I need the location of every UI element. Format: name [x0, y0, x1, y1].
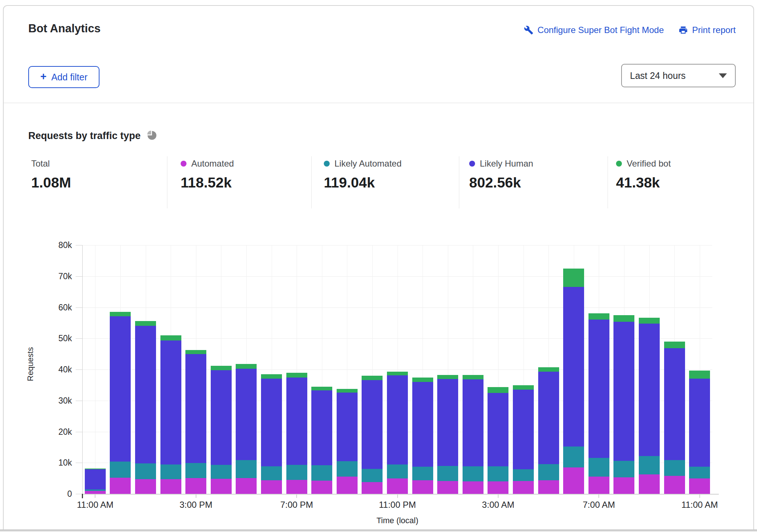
- bar-segment[interactable]: [588, 458, 609, 477]
- bar-segment[interactable]: [261, 480, 282, 494]
- bar-segment[interactable]: [513, 385, 534, 390]
- add-filter-button[interactable]: + Add filter: [28, 66, 99, 88]
- bar-segment[interactable]: [412, 382, 433, 467]
- bar-segment[interactable]: [563, 467, 584, 494]
- stacked-bar[interactable]: [261, 245, 282, 494]
- bar-segment[interactable]: [488, 387, 508, 393]
- bar-segment[interactable]: [563, 269, 584, 287]
- bar-segment[interactable]: [286, 373, 307, 378]
- bar-segment[interactable]: [437, 466, 458, 481]
- bar-segment[interactable]: [211, 366, 232, 370]
- stacked-bar[interactable]: [387, 245, 408, 494]
- bar-segment[interactable]: [639, 324, 660, 456]
- bar-segment[interactable]: [639, 474, 660, 494]
- bar-segment[interactable]: [488, 466, 508, 481]
- bar-segment[interactable]: [311, 387, 332, 390]
- bar-segment[interactable]: [613, 315, 634, 322]
- bar-segment[interactable]: [538, 367, 559, 372]
- bar-segment[interactable]: [362, 380, 383, 469]
- stacked-bar[interactable]: [412, 245, 433, 494]
- bar-segment[interactable]: [160, 464, 181, 480]
- bar-segment[interactable]: [211, 465, 232, 479]
- bar-segment[interactable]: [362, 469, 383, 482]
- bar-segment[interactable]: [387, 464, 408, 478]
- bar-segment[interactable]: [110, 312, 131, 316]
- print-report-link[interactable]: Print report: [678, 25, 736, 35]
- stacked-bar[interactable]: [613, 245, 634, 494]
- bar-segment[interactable]: [236, 460, 257, 478]
- bar-segment[interactable]: [664, 460, 685, 475]
- bar-segment[interactable]: [286, 465, 307, 480]
- bar-segment[interactable]: [538, 372, 559, 464]
- stacked-bar[interactable]: [362, 245, 383, 494]
- bar-segment[interactable]: [211, 479, 232, 494]
- bar-segment[interactable]: [135, 463, 156, 479]
- bar-segment[interactable]: [261, 379, 282, 466]
- bar-segment[interactable]: [261, 466, 282, 480]
- bar-segment[interactable]: [538, 480, 559, 494]
- bar-segment[interactable]: [185, 350, 206, 354]
- bar-segment[interactable]: [613, 477, 634, 494]
- bar-segment[interactable]: [236, 369, 257, 460]
- bar-segment[interactable]: [85, 491, 106, 494]
- stacked-bar[interactable]: [211, 245, 232, 494]
- bar-segment[interactable]: [664, 342, 685, 348]
- bar-segment[interactable]: [387, 375, 408, 464]
- bar-segment[interactable]: [160, 335, 181, 340]
- bar-segment[interactable]: [639, 456, 660, 474]
- bar-segment[interactable]: [185, 354, 206, 463]
- bar-segment[interactable]: [563, 287, 584, 447]
- bar-segment[interactable]: [236, 478, 257, 494]
- stacked-bar[interactable]: [488, 245, 508, 494]
- bar-segment[interactable]: [387, 478, 408, 494]
- bar-segment[interactable]: [135, 326, 156, 463]
- bar-segment[interactable]: [412, 480, 433, 494]
- bar-segment[interactable]: [286, 378, 307, 465]
- bar-segment[interactable]: [437, 481, 458, 494]
- bar-segment[interactable]: [437, 375, 458, 379]
- bar-segment[interactable]: [463, 375, 483, 379]
- bar-segment[interactable]: [286, 480, 307, 494]
- stacked-bar[interactable]: [437, 245, 458, 494]
- bar-segment[interactable]: [337, 477, 358, 494]
- stacked-bar[interactable]: [160, 245, 181, 494]
- bar-segment[interactable]: [412, 467, 433, 480]
- bar-segment[interactable]: [664, 348, 685, 460]
- bar-segment[interactable]: [337, 393, 358, 461]
- bar-segment[interactable]: [488, 481, 508, 494]
- stacked-bar[interactable]: [639, 245, 660, 494]
- bar-segment[interactable]: [337, 461, 358, 477]
- stacked-bar[interactable]: [463, 245, 483, 494]
- stacked-bar[interactable]: [689, 245, 710, 494]
- bar-segment[interactable]: [513, 390, 534, 469]
- bar-segment[interactable]: [463, 481, 483, 494]
- bar-segment[interactable]: [311, 390, 332, 465]
- stacked-bar[interactable]: [311, 245, 332, 494]
- bar-segment[interactable]: [689, 478, 710, 494]
- bar-segment[interactable]: [488, 393, 508, 466]
- bar-segment[interactable]: [463, 379, 483, 466]
- bar-segment[interactable]: [513, 469, 534, 481]
- bar-segment[interactable]: [110, 462, 131, 478]
- bar-segment[interactable]: [85, 469, 106, 489]
- stacked-bar[interactable]: [236, 245, 257, 494]
- bar-segment[interactable]: [689, 371, 710, 378]
- configure-super-bot-fight-mode-link[interactable]: Configure Super Bot Fight Mode: [524, 25, 664, 35]
- bar-segment[interactable]: [387, 372, 408, 375]
- bar-segment[interactable]: [613, 322, 634, 461]
- stacked-bar[interactable]: [337, 245, 358, 494]
- stacked-bar[interactable]: [538, 245, 559, 494]
- stacked-bar[interactable]: [135, 245, 156, 494]
- bar-segment[interactable]: [362, 376, 383, 380]
- stacked-bar[interactable]: [513, 245, 534, 494]
- bar-segment[interactable]: [412, 378, 433, 382]
- bar-segment[interactable]: [588, 313, 609, 319]
- bar-segment[interactable]: [563, 447, 584, 467]
- stacked-bar[interactable]: [286, 245, 307, 494]
- bar-segment[interactable]: [211, 370, 232, 465]
- time-range-select[interactable]: Last 24 hours: [621, 64, 736, 87]
- stacked-bar[interactable]: [110, 245, 131, 494]
- stacked-bar[interactable]: [185, 245, 206, 494]
- bar-segment[interactable]: [337, 389, 358, 393]
- bar-segment[interactable]: [185, 463, 206, 478]
